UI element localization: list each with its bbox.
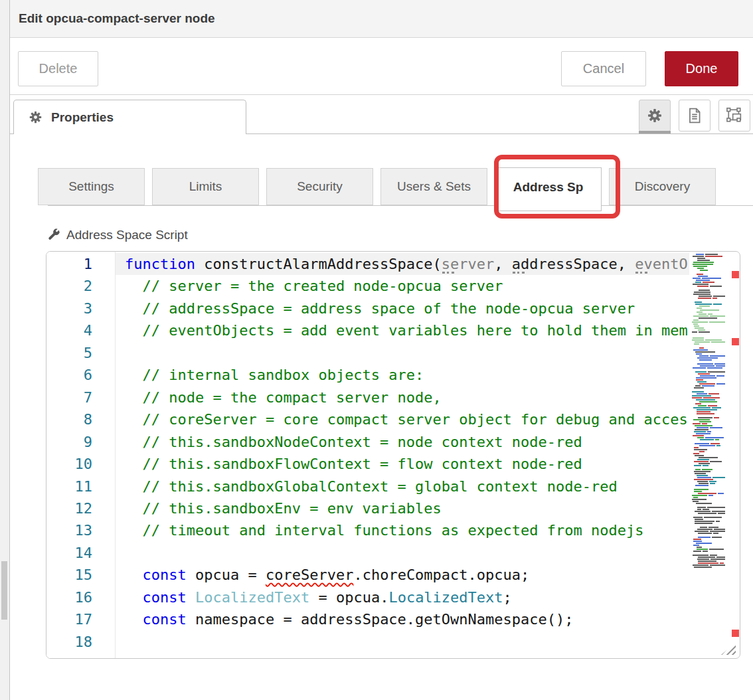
line-number: 12 [75, 497, 93, 519]
code-content[interactable]: function constructAlarmAddressSpace(serv… [116, 252, 691, 658]
code-line[interactable]: // node = the compact server node, [116, 387, 442, 409]
code-line[interactable]: const LocalizedText = opcua.LocalizedTex… [116, 586, 512, 609]
wrench-icon [46, 228, 61, 242]
code-line[interactable]: // timeout and interval functions as exp… [116, 519, 643, 542]
dialog-title: Edit opcua-compact-server node [19, 0, 215, 37]
line-number: 13 [75, 519, 93, 541]
gear-icon [29, 110, 42, 124]
edit-node-dialog: Edit opcua-compact-server node Delete Ca… [10, 0, 753, 700]
code-line[interactable] [116, 631, 125, 654]
page-scrollbar-thumb[interactable] [1, 561, 7, 620]
line-number: 16 [75, 586, 93, 608]
line-number: 7 [84, 387, 92, 408]
code-line[interactable]: // internal sandbox objects are: [116, 364, 424, 387]
line-number: 17 [75, 608, 93, 630]
line-number: 11 [75, 476, 93, 497]
tab-properties[interactable]: Properties [13, 100, 246, 134]
code-line[interactable]: // addressSpace = address space of the n… [116, 298, 635, 320]
tab-users-sets[interactable]: Users & Sets [380, 168, 487, 205]
tab-address-sp[interactable]: Address Sp [495, 167, 602, 211]
line-number: 15 [75, 564, 93, 586]
code-line[interactable] [116, 542, 125, 565]
code-line[interactable]: function constructAlarmAddressSpace(serv… [116, 253, 688, 276]
done-button[interactable]: Done [665, 51, 738, 86]
dialog-header: Edit opcua-compact-server node [10, 0, 753, 38]
gear-icon [647, 108, 663, 124]
minimap[interactable] [692, 254, 725, 569]
code-line[interactable]: // this.sandboxGlobalContext = global co… [116, 476, 618, 498]
delete-button[interactable]: Delete [18, 51, 98, 86]
tab-limits[interactable]: Limits [152, 168, 259, 205]
appearance-icon-button[interactable] [718, 100, 750, 131]
page-scrollbar[interactable] [0, 0, 10, 700]
line-number: 18 [75, 631, 93, 653]
config-tabs: SettingsLimitsSecurityUsers & SetsAddres… [10, 167, 753, 214]
line-number: 2 [84, 275, 92, 297]
tab-settings[interactable]: Settings [38, 168, 145, 205]
cancel-button[interactable]: Cancel [561, 51, 646, 86]
line-number: 10 [75, 453, 93, 475]
code-line[interactable]: const opcua = coreServer.choreCompact.op… [116, 564, 529, 586]
group-select-icon [725, 106, 744, 125]
line-number: 9 [84, 431, 92, 453]
line-number: 5 [84, 342, 92, 364]
code-line[interactable] [116, 342, 125, 365]
code-line[interactable]: // this.sandboxFlowContext = flow contex… [116, 453, 582, 476]
error-marker [732, 630, 739, 637]
code-editor[interactable]: 12345678910111213141516171819 function c… [46, 251, 740, 659]
overview-ruler [730, 252, 740, 658]
section-label: Address Space Script [46, 226, 188, 244]
code-line[interactable]: // this.sandboxEnv = env variables [116, 497, 442, 520]
code-line[interactable]: // this.sandboxNodeContext = node contex… [116, 431, 582, 454]
code-line[interactable]: // coreServer = core compact server obje… [116, 408, 688, 431]
code-line[interactable]: // eventObjects = add event variables he… [116, 319, 688, 342]
line-number-gutter: 12345678910111213141516171819 [46, 252, 115, 658]
section-label-text: Address Space Script [66, 228, 188, 242]
description-icon-button[interactable] [679, 100, 711, 131]
tab-discovery[interactable]: Discovery [609, 168, 716, 205]
tab-security[interactable]: Security [266, 168, 373, 205]
dialog-toolbar: Delete Cancel Done [10, 39, 753, 95]
code-line[interactable]: const Variant = opcua.Variant; [116, 653, 406, 658]
line-number: 8 [84, 408, 92, 430]
code-line[interactable]: const namespace = addressSpace.getOwnNam… [116, 608, 574, 631]
editor-nav-strip: Properties [10, 95, 753, 134]
line-number: 6 [84, 364, 92, 386]
document-icon [686, 107, 703, 124]
code-line[interactable]: // server = the created node-opcua serve… [116, 275, 503, 298]
line-number: 14 [75, 542, 93, 564]
line-number: 19 [75, 653, 93, 659]
line-number: 4 [84, 319, 92, 341]
line-number: 3 [84, 298, 92, 319]
error-marker [732, 338, 739, 345]
properties-icon-button[interactable] [639, 100, 671, 131]
error-marker [732, 271, 739, 278]
properties-tab-label: Properties [51, 110, 114, 125]
line-number: 1 [84, 253, 92, 275]
